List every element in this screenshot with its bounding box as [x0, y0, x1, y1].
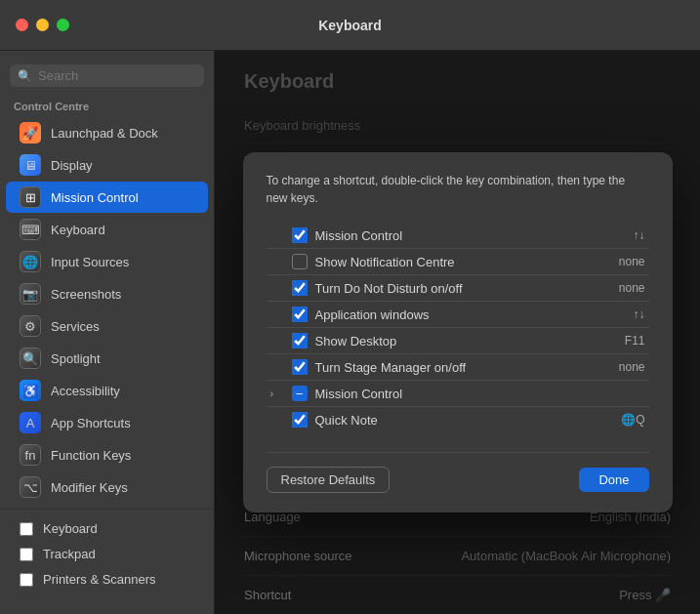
- modal-description: To change a shortcut, double-click the k…: [267, 172, 649, 207]
- app-shortcuts-icon: A: [20, 412, 41, 433]
- sidebar-item-label: Keyboard: [43, 521, 98, 536]
- shortcut-row-dnd[interactable]: Turn Do Not Disturb on/off none: [267, 275, 649, 302]
- content-area: Keyboard Keyboard brightness Turn keyboa…: [215, 51, 700, 614]
- maximize-button[interactable]: [57, 19, 69, 31]
- sidebar-item-app-shortcuts[interactable]: A App Shortcuts: [6, 407, 208, 438]
- printers-checkbox[interactable]: [20, 573, 33, 587]
- app-windows-checkbox[interactable]: [292, 307, 308, 322]
- notification-checkbox[interactable]: [292, 254, 308, 269]
- sidebar-item-label: Display: [51, 158, 93, 173]
- main-layout: 🔍 Control Centre 🚀 Launchpad & Dock 🖥 Di…: [0, 51, 700, 614]
- done-button[interactable]: Done: [579, 468, 648, 492]
- launchpad-icon: 🚀: [20, 122, 41, 143]
- sidebar-section-header: Control Centre: [0, 97, 214, 116]
- sidebar-item-screenshots[interactable]: 📷 Screenshots: [6, 278, 208, 309]
- sidebar-item-printers[interactable]: Printers & Scanners: [6, 567, 208, 592]
- modal: To change a shortcut, double-click the k…: [243, 152, 673, 512]
- restore-defaults-button[interactable]: Restore Defaults: [267, 467, 391, 493]
- mission-control-icon: ⊞: [20, 186, 41, 208]
- stage-manager-checkbox[interactable]: [292, 359, 308, 375]
- shortcut-label: Show Desktop: [315, 334, 598, 348]
- search-bar[interactable]: 🔍: [10, 64, 204, 87]
- dnd-checkbox[interactable]: [292, 280, 308, 296]
- sidebar: 🔍 Control Centre 🚀 Launchpad & Dock 🖥 Di…: [0, 51, 215, 614]
- search-input[interactable]: [38, 68, 196, 83]
- display-icon: 🖥: [20, 154, 41, 176]
- shortcut-key: none: [606, 360, 645, 374]
- close-button[interactable]: [16, 19, 28, 31]
- shortcut-label: Turn Do Not Disturb on/off: [315, 281, 598, 296]
- sidebar-item-label: Screenshots: [51, 287, 121, 302]
- sidebar-item-modifier-keys[interactable]: ⌥ Modifier Keys: [6, 471, 208, 503]
- shortcut-row-show-desktop[interactable]: Show Desktop F11: [267, 328, 649, 354]
- shortcut-row-notification[interactable]: Show Notification Centre none: [267, 249, 649, 275]
- shortcut-label: Application windows: [315, 307, 626, 322]
- sidebar-item-label: Launchpad & Dock: [51, 126, 158, 141]
- shortcut-label: Quick Note: [315, 413, 598, 428]
- sidebar-item-label: Printers & Scanners: [43, 572, 156, 587]
- modal-overlay: To change a shortcut, double-click the k…: [215, 51, 700, 614]
- traffic-lights: [16, 19, 69, 31]
- shortcut-key: none: [606, 255, 645, 268]
- modal-footer: Restore Defaults Done: [267, 452, 649, 493]
- trackpad-checkbox[interactable]: [20, 548, 33, 561]
- sidebar-item-spotlight[interactable]: 🔍 Spotlight: [6, 343, 208, 374]
- sidebar-item-label: Accessibility: [51, 384, 120, 398]
- shortcut-list: Mission Control ↑↓ Show Notification Cen…: [267, 223, 649, 432]
- shortcut-key-arrows: ↑↓: [634, 228, 645, 242]
- keyboard-icon: ⌨: [20, 219, 41, 240]
- sidebar-item-services[interactable]: ⚙ Services: [6, 310, 208, 342]
- shortcut-row-mission-control[interactable]: Mission Control ↑↓: [267, 223, 649, 249]
- input-icon: 🌐: [20, 251, 41, 272]
- sidebar-bottom: Keyboard Trackpad Printers & Scanners: [0, 509, 214, 592]
- sidebar-item-function-keys[interactable]: fn Function Keys: [6, 439, 208, 471]
- sidebar-item-input-sources[interactable]: 🌐 Input Sources: [6, 246, 208, 277]
- shortcut-row-mission-sub[interactable]: › Mission Control: [267, 381, 649, 407]
- title-bar: Keyboard: [0, 0, 700, 51]
- accessibility-icon: ♿: [20, 380, 41, 401]
- sidebar-item-keyboard[interactable]: ⌨ Keyboard: [6, 214, 208, 245]
- screenshots-icon: 📷: [20, 283, 41, 305]
- sidebar-item-label: App Shortcuts: [51, 416, 131, 430]
- window-title: Keyboard: [318, 18, 382, 33]
- sidebar-item-label: Mission Control: [51, 190, 139, 205]
- spotlight-icon: 🔍: [20, 348, 41, 369]
- sidebar-item-trackpad[interactable]: Trackpad: [6, 542, 208, 566]
- sidebar-item-label: Function Keys: [51, 448, 131, 463]
- services-icon: ⚙: [20, 315, 41, 337]
- shortcut-label: Mission Control: [315, 387, 598, 401]
- shortcut-key: none: [606, 281, 645, 295]
- keyboard-checkbox[interactable]: [20, 522, 33, 536]
- function-keys-icon: fn: [20, 444, 41, 466]
- shortcut-key: 🌐Q: [606, 413, 645, 427]
- sidebar-item-display[interactable]: 🖥 Display: [6, 149, 208, 181]
- show-desktop-checkbox[interactable]: [292, 333, 308, 348]
- modifier-keys-icon: ⌥: [20, 476, 41, 498]
- shortcut-key-arrows: ↑↓: [634, 307, 645, 321]
- shortcut-row-quick-note[interactable]: Quick Note 🌐Q: [267, 407, 649, 432]
- sidebar-item-label: Modifier Keys: [51, 480, 128, 495]
- sidebar-item-accessibility[interactable]: ♿ Accessibility: [6, 375, 208, 406]
- sidebar-item-keyboard-bottom[interactable]: Keyboard: [6, 516, 208, 541]
- sidebar-item-label: Trackpad: [43, 547, 96, 561]
- chevron-right-icon: ›: [270, 388, 284, 399]
- shortcut-label: Mission Control: [315, 228, 626, 243]
- shortcut-key: F11: [606, 334, 645, 348]
- shortcut-row-app-windows[interactable]: Application windows ↑↓: [267, 302, 649, 328]
- sidebar-item-mission-control[interactable]: ⊞ Mission Control: [6, 182, 208, 213]
- sidebar-item-label: Services: [51, 319, 100, 334]
- sidebar-item-label: Keyboard: [51, 223, 105, 237]
- sidebar-item-label: Input Sources: [51, 255, 129, 269]
- quick-note-checkbox[interactable]: [292, 412, 308, 428]
- mission-sub-checkbox[interactable]: [292, 386, 308, 401]
- search-icon: 🔍: [18, 69, 32, 83]
- shortcut-row-stage-manager[interactable]: Turn Stage Manager on/off none: [267, 354, 649, 381]
- shortcut-label: Turn Stage Manager on/off: [315, 360, 598, 375]
- minimize-button[interactable]: [36, 19, 49, 31]
- sidebar-item-label: Spotlight: [51, 351, 101, 366]
- sidebar-item-launchpad[interactable]: 🚀 Launchpad & Dock: [6, 117, 208, 148]
- shortcut-label: Show Notification Centre: [315, 255, 598, 269]
- mission-control-checkbox[interactable]: [292, 227, 308, 243]
